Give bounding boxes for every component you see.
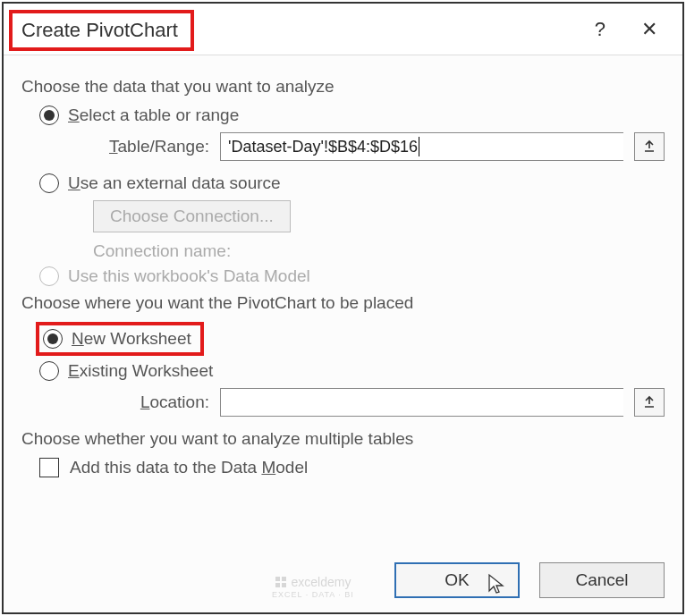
help-button[interactable]: ?	[595, 20, 606, 39]
table-range-row: Table/Range: 'Dataset-Day'!$B$4:$D$16	[93, 132, 665, 161]
choose-connection-row: Choose Connection...	[93, 200, 665, 232]
radio-select-label: Select a table or range	[68, 105, 239, 125]
location-picker-button[interactable]	[634, 388, 665, 417]
location-row: Location:	[93, 388, 665, 417]
text-caret	[419, 137, 419, 156]
titlebar-controls: ? ✕	[595, 20, 682, 39]
table-range-value: 'Dataset-Day'!$B$4:$D$16	[228, 138, 418, 156]
cancel-button[interactable]: Cancel	[539, 562, 665, 598]
connection-name-label: Connection name:	[93, 241, 665, 261]
radio-icon	[39, 173, 59, 193]
range-picker-button[interactable]	[634, 132, 665, 161]
radio-icon	[43, 329, 63, 349]
collapse-dialog-icon	[642, 139, 656, 154]
radio-select-table-range[interactable]: Select a table or range	[39, 105, 665, 125]
dialog-buttons: OK Cancel	[4, 555, 682, 612]
radio-icon	[39, 266, 59, 286]
title-highlight: Create PivotChart	[9, 10, 194, 51]
location-label: Location:	[93, 392, 209, 412]
radio-existing-label: Existing Worksheet	[68, 361, 213, 381]
titlebar: Create PivotChart ? ✕	[4, 4, 682, 55]
ok-button[interactable]: OK	[394, 562, 520, 598]
mouse-cursor-icon	[487, 573, 507, 596]
table-range-input[interactable]: 'Dataset-Day'!$B$4:$D$16	[220, 132, 623, 161]
cancel-label: Cancel	[575, 570, 628, 590]
radio-external-label: Use an external data source	[68, 173, 281, 193]
checkbox-icon	[39, 458, 59, 477]
location-input[interactable]	[220, 388, 623, 417]
radio-existing-worksheet[interactable]: Existing Worksheet	[39, 361, 665, 381]
section-analyze-heading: Choose the data that you want to analyze	[21, 77, 665, 97]
table-range-label: Table/Range:	[93, 137, 209, 156]
dialog-content: Choose the data that you want to analyze…	[4, 55, 682, 555]
radio-external-source[interactable]: Use an external data source	[39, 173, 665, 193]
create-pivotchart-dialog: Create PivotChart ? ✕ Choose the data th…	[2, 2, 684, 614]
radio-datamodel-label: Use this workbook's Data Model	[68, 266, 310, 286]
section-placement-heading: Choose where you want the PivotChart to …	[21, 293, 665, 313]
radio-new-worksheet[interactable]: New Worksheet	[72, 329, 191, 349]
new-worksheet-highlight: New Worksheet	[36, 322, 204, 356]
radio-icon	[39, 105, 59, 125]
radio-data-model: Use this workbook's Data Model	[39, 266, 665, 286]
add-to-data-model-row[interactable]: Add this data to the Data Model	[39, 458, 665, 477]
close-button[interactable]: ✕	[641, 20, 657, 39]
ok-label: OK	[445, 570, 469, 590]
dialog-title: Create PivotChart	[21, 19, 178, 41]
collapse-dialog-icon	[642, 395, 656, 409]
add-to-data-model-label: Add this data to the Data Model	[70, 458, 308, 477]
radio-icon	[39, 361, 59, 381]
choose-connection-button: Choose Connection...	[93, 200, 291, 232]
section-multiple-heading: Choose whether you want to analyze multi…	[21, 429, 665, 449]
